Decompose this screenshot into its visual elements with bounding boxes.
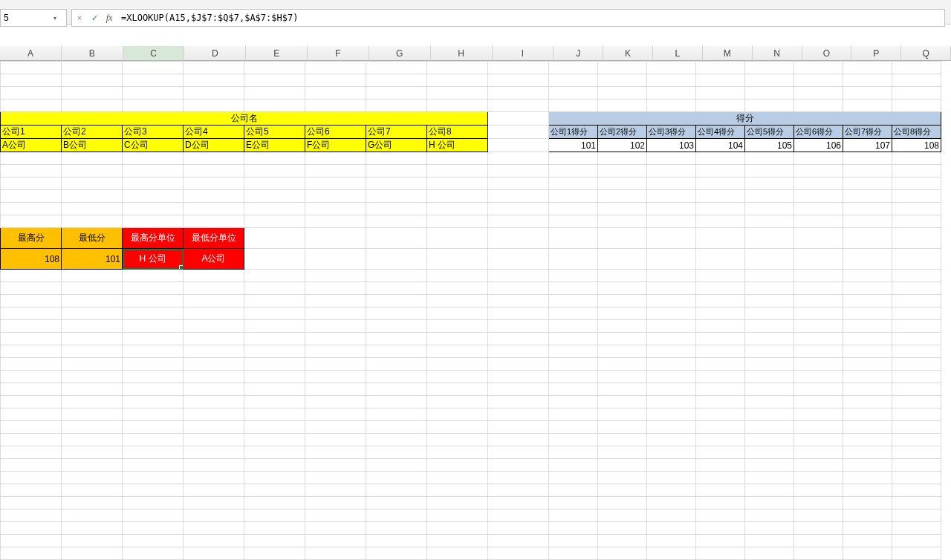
cell-G13[interactable] — [366, 215, 427, 228]
cell-Q29[interactable] — [892, 434, 941, 446]
cell-J20[interactable] — [549, 320, 598, 333]
cell-N18[interactable] — [745, 295, 794, 307]
cell-K25[interactable] — [598, 383, 647, 396]
cell-B33[interactable] — [62, 484, 123, 497]
cell-L26[interactable] — [647, 396, 696, 408]
cell-N33[interactable] — [745, 484, 794, 497]
cell-F15[interactable] — [305, 249, 366, 270]
cell-H33[interactable] — [427, 484, 488, 497]
name-box-dropdown-icon[interactable]: ▾ — [50, 15, 60, 22]
cell-C23[interactable] — [123, 358, 184, 371]
cell-N11[interactable] — [745, 190, 794, 203]
cell-J2[interactable] — [549, 74, 598, 87]
cell-N6[interactable]: 公司5得分 — [745, 126, 794, 139]
cell-N28[interactable] — [745, 421, 794, 434]
cell-M37[interactable] — [696, 535, 745, 547]
cell-D26[interactable] — [184, 396, 244, 408]
cell-M23[interactable] — [696, 358, 745, 371]
cell-K12[interactable] — [598, 203, 647, 215]
col-header-E[interactable]: E — [246, 46, 308, 61]
cell-F13[interactable] — [305, 215, 366, 228]
cell-M27[interactable] — [696, 408, 745, 421]
cell-C4[interactable] — [123, 100, 184, 112]
cell-H26[interactable] — [427, 396, 488, 408]
cell-Q16[interactable] — [892, 270, 941, 282]
cell-A35[interactable] — [1, 509, 62, 522]
cell-N19[interactable] — [745, 307, 794, 320]
cell-B17[interactable] — [62, 282, 123, 295]
cell-P12[interactable] — [843, 203, 892, 215]
cell-J34[interactable] — [549, 497, 598, 509]
cell-J31[interactable] — [549, 459, 598, 472]
cell-F14[interactable] — [305, 228, 366, 249]
cell-O21[interactable] — [794, 333, 843, 345]
cell-G30[interactable] — [366, 446, 427, 459]
cell-O8[interactable] — [794, 152, 843, 165]
cell-D18[interactable] — [184, 295, 244, 307]
cell-N23[interactable] — [745, 358, 794, 371]
cell-J14[interactable] — [549, 228, 598, 249]
cell-Q13[interactable] — [892, 215, 941, 228]
cell-I37[interactable] — [488, 535, 549, 547]
cell-E33[interactable] — [244, 484, 305, 497]
cell-M21[interactable] — [696, 333, 745, 345]
cell-O38[interactable] — [794, 547, 843, 560]
cell-I28[interactable] — [488, 421, 549, 434]
cell-C22[interactable] — [123, 345, 184, 358]
cell-G21[interactable] — [366, 333, 427, 345]
cell-J22[interactable] — [549, 345, 598, 358]
cell-I32[interactable] — [488, 472, 549, 484]
cell-I2[interactable] — [488, 74, 549, 87]
cell-Q18[interactable] — [892, 295, 941, 307]
cell-B8[interactable] — [62, 152, 123, 165]
cell-O16[interactable] — [794, 270, 843, 282]
cell-D8[interactable] — [184, 152, 244, 165]
cell-O37[interactable] — [794, 535, 843, 547]
cell-F32[interactable] — [305, 472, 366, 484]
cell-E23[interactable] — [244, 358, 305, 371]
cell-E6[interactable]: 公司5 — [244, 126, 305, 139]
cell-J16[interactable] — [549, 270, 598, 282]
cell-P4[interactable] — [843, 100, 892, 112]
cell-H17[interactable] — [427, 282, 488, 295]
cell-N8[interactable] — [745, 152, 794, 165]
cell-N14[interactable] — [745, 228, 794, 249]
cell-I5[interactable] — [488, 112, 549, 126]
cell-P13[interactable] — [843, 215, 892, 228]
cell-Q2[interactable] — [892, 74, 941, 87]
cell-H7[interactable]: H 公司 — [427, 139, 488, 152]
cell-H22[interactable] — [427, 345, 488, 358]
cell-L28[interactable] — [647, 421, 696, 434]
cell-C18[interactable] — [123, 295, 184, 307]
cell-J23[interactable] — [549, 358, 598, 371]
cell-A18[interactable] — [1, 295, 62, 307]
cell-F2[interactable] — [305, 74, 366, 87]
cell-J29[interactable] — [549, 434, 598, 446]
cell-N16[interactable] — [745, 270, 794, 282]
cell-A16[interactable] — [1, 270, 62, 282]
confirm-icon[interactable]: ✓ — [87, 13, 102, 23]
cell-A1[interactable] — [1, 62, 62, 74]
cell-A31[interactable] — [1, 459, 62, 472]
cell-K38[interactable] — [598, 547, 647, 560]
cell-L24[interactable] — [647, 371, 696, 383]
cell-M19[interactable] — [696, 307, 745, 320]
cell-K9[interactable] — [598, 165, 647, 178]
cell-N22[interactable] — [745, 345, 794, 358]
cell-E34[interactable] — [244, 497, 305, 509]
cell-D35[interactable] — [184, 509, 244, 522]
cell-H3[interactable] — [427, 87, 488, 100]
cell-K20[interactable] — [598, 320, 647, 333]
cell-P19[interactable] — [843, 307, 892, 320]
cell-B10[interactable] — [62, 178, 123, 190]
cell-J13[interactable] — [549, 215, 598, 228]
cell-H1[interactable] — [427, 62, 488, 74]
col-header-F[interactable]: F — [308, 46, 369, 61]
col-header-M[interactable]: M — [703, 46, 753, 61]
cell-C7[interactable]: C公司 — [123, 139, 184, 152]
cell-C26[interactable] — [123, 396, 184, 408]
cell-F35[interactable] — [305, 509, 366, 522]
cell-P32[interactable] — [843, 472, 892, 484]
cell-P29[interactable] — [843, 434, 892, 446]
cell-I21[interactable] — [488, 333, 549, 345]
